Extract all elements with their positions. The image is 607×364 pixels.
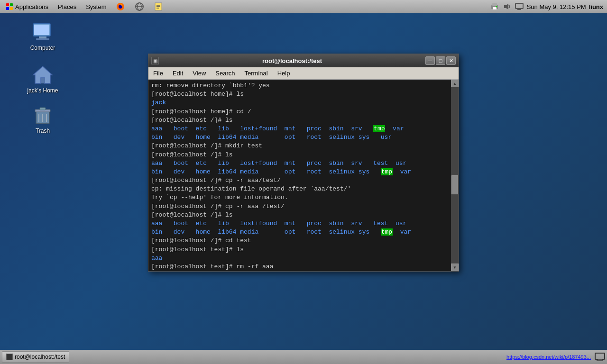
close-button[interactable]: ✕ (446, 56, 456, 65)
terminal-titlebar: ▣ root@localhost:/test ─ □ ✕ (148, 54, 459, 67)
menu-help[interactable]: Help (273, 69, 295, 78)
jacks-home-icon-img (31, 64, 54, 86)
network-url[interactable]: https://blog.csdn.net/wiki/p/187493... (506, 354, 591, 360)
svg-point-16 (496, 6, 497, 8)
minimize-button[interactable]: ─ (425, 56, 435, 65)
scrollbar-thumb[interactable] (451, 175, 458, 194)
jacks-home-icon-label: jack's Home (28, 87, 58, 94)
menu-terminal[interactable]: Terminal (240, 69, 273, 78)
maximize-button[interactable]: □ (436, 56, 445, 65)
display-icon[interactable] (515, 2, 524, 11)
scrollbar-up-button[interactable]: ▲ (451, 80, 459, 87)
desktop-icon-trash[interactable]: Trash (24, 102, 62, 136)
home-svg (31, 64, 54, 86)
desktop-icon-jacks-home[interactable]: jack's Home (24, 62, 62, 96)
svg-rect-19 (517, 9, 521, 10)
titlebar-buttons: ─ □ ✕ (425, 56, 456, 65)
svg-rect-33 (598, 359, 602, 360)
menu-applications[interactable]: Applications (2, 2, 52, 11)
username: liunx (589, 3, 603, 10)
svg-rect-0 (6, 3, 9, 6)
scrollbar-track[interactable] (451, 87, 459, 264)
network-icon[interactable] (131, 1, 148, 12)
svg-rect-3 (10, 7, 13, 10)
computer-icon-label: Computer (30, 45, 55, 51)
firefox-icon[interactable] (112, 1, 129, 12)
menu-places[interactable]: Places (54, 2, 80, 11)
svg-rect-32 (595, 353, 605, 359)
menu-view[interactable]: View (188, 69, 211, 78)
svg-rect-21 (34, 25, 49, 35)
terminal-window: ▣ root@localhost:/test ─ □ ✕ File Edit V… (148, 54, 459, 272)
computer-icon-img (31, 21, 54, 44)
trash-icon-img (31, 104, 54, 127)
trash-svg (31, 104, 54, 127)
menu-file[interactable]: File (148, 69, 168, 78)
clock: Sun May 9, 12:15 PM (527, 3, 586, 10)
svg-rect-25 (41, 78, 45, 83)
desktop-icon-computer[interactable]: Computer (24, 19, 62, 53)
terminal-scrollbar[interactable]: ▲ ▼ (451, 80, 459, 271)
svg-rect-2 (6, 7, 9, 10)
svg-rect-18 (515, 3, 523, 9)
computer-svg (31, 21, 54, 44)
svg-rect-15 (493, 7, 497, 9)
svg-rect-1 (10, 3, 13, 6)
svg-rect-23 (36, 38, 49, 40)
desktop: Applications Places System (0, 0, 607, 364)
terminal-title: root@localhost:/test (161, 57, 423, 64)
menu-edit[interactable]: Edit (168, 69, 188, 78)
svg-rect-28 (40, 108, 46, 110)
taskbar-bottom-right: https://blog.csdn.net/wiki/p/187493... (506, 353, 605, 361)
applications-icon (6, 3, 13, 10)
terminal-menubar: File Edit View Search Terminal Help (148, 67, 459, 80)
taskbar-window-label: root@localhost:/test (15, 354, 65, 360)
screen-icon (595, 353, 605, 361)
taskbar-window-icon (6, 354, 13, 360)
svg-marker-17 (504, 4, 508, 9)
scrollbar-down-button[interactable]: ▼ (451, 264, 459, 271)
trash-icon-label: Trash (36, 127, 50, 134)
taskbar-top-right: Sun May 9, 12:15 PM liunx (490, 2, 607, 11)
svg-rect-14 (492, 3, 497, 6)
menu-search[interactable]: Search (211, 69, 239, 78)
volume-icon[interactable] (502, 2, 512, 11)
terminal-titlebar-icon: ▣ (151, 57, 159, 64)
terminal-content[interactable]: rm: remove directory `bbb1'? yes [root@l… (148, 80, 459, 271)
svg-rect-34 (597, 360, 603, 361)
taskbar-top-left: Applications Places System (0, 1, 167, 12)
taskbar-top: Applications Places System (0, 0, 607, 13)
menu-system[interactable]: System (82, 2, 110, 11)
printer-icon[interactable] (490, 2, 499, 11)
taskbar-window-button[interactable]: root@localhost:/test (2, 351, 69, 363)
terminal-text-area[interactable]: rm: remove directory `bbb1'? yes [root@l… (148, 80, 451, 271)
taskbar-bottom: root@localhost:/test https://blog.csdn.n… (0, 350, 607, 364)
note-icon[interactable] (150, 1, 167, 12)
